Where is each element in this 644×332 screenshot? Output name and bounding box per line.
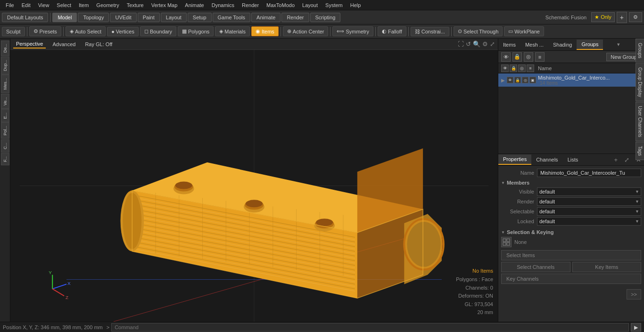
tab-animate[interactable]: Animate [251, 13, 281, 22]
col-icon-filter[interactable]: ≡ [527, 65, 534, 72]
boundary-button[interactable]: ◻ Boundary [140, 26, 176, 36]
col-icon-lock[interactable]: 🔒 [510, 65, 517, 72]
menu-texture[interactable]: Texture [123, 1, 148, 9]
tab-uvedit[interactable]: UVEdit [110, 13, 136, 22]
menu-maxtomodo[interactable]: MaxToModo [263, 1, 298, 9]
vp-icon-refresh[interactable]: ↺ [466, 40, 471, 48]
menu-help[interactable]: Help [347, 1, 365, 9]
menu-view[interactable]: View [34, 1, 53, 9]
layout-dropdown[interactable]: Default Layouts [2, 13, 48, 22]
render-select[interactable]: default [537, 197, 641, 206]
viewport[interactable]: Perspective Advanced Ray GL: Off ⛶ ↺ 🔍 ⚙… [10, 39, 498, 322]
menu-animate[interactable]: Animate [181, 1, 207, 9]
tab-items[interactable]: Items [498, 40, 520, 49]
select-channels-button[interactable]: Select Channels [501, 262, 570, 272]
side-tab-tags[interactable]: Tags [636, 142, 644, 160]
vp-tab-perspective[interactable]: Perspective [13, 40, 46, 49]
materials-button[interactable]: ◈ Materials [215, 26, 250, 36]
menu-select[interactable]: Select [53, 1, 75, 9]
left-tool-dup[interactable]: Dup... [1, 57, 9, 74]
left-tool-vertex[interactable]: Ve... [1, 94, 9, 109]
vp-tab-advanced[interactable]: Advanced [50, 40, 78, 48]
vp-tab-raygl[interactable]: Ray GL: Off [82, 40, 115, 48]
menu-vertexmap[interactable]: Vertex Map [148, 1, 182, 9]
menu-item[interactable]: Item [75, 1, 92, 9]
col-icon-render[interactable]: ◎ [518, 65, 526, 72]
tab-setup[interactable]: Setup [188, 13, 212, 22]
tab-gametools[interactable]: Game Tools [213, 13, 251, 22]
tab-topology[interactable]: Topology [78, 13, 109, 22]
visible-select[interactable]: default [537, 187, 641, 196]
autoselect-button[interactable]: ◈ Auto Select [66, 26, 106, 36]
groups-filter-icon[interactable]: ≡ [535, 52, 545, 62]
more-button[interactable]: >> [627, 289, 641, 300]
tab-properties[interactable]: Properties [498, 154, 531, 165]
falloff-button[interactable]: ◐ Falloff [378, 26, 406, 36]
tab-channels[interactable]: Channels [531, 155, 562, 164]
side-tab-groupdisplay[interactable]: Group Display [636, 63, 644, 101]
vp-icon-expand[interactable]: ⛶ [458, 40, 464, 48]
command-input[interactable] [111, 323, 629, 332]
side-tab-userchannels[interactable]: User Channels [636, 102, 644, 141]
tab-layout[interactable]: Layout [161, 13, 187, 22]
vertices-button[interactable]: ● Vertices [107, 27, 139, 36]
vp-icon-maximize[interactable]: ⤢ [490, 40, 495, 48]
menu-edit[interactable]: Edit [18, 1, 34, 9]
tab-render[interactable]: Render [281, 13, 309, 22]
name-value[interactable]: Mishimoto_Gold_Car_Intercooler_Tu [537, 169, 641, 177]
key-items-button[interactable]: Key Items [572, 262, 642, 272]
gi-icon-lock[interactable]: 🔒 [514, 77, 521, 83]
gi-icon-render[interactable]: ◎ [522, 77, 528, 83]
selectthrough-button[interactable]: ⊙ Select Through [454, 26, 503, 36]
menu-dynamics[interactable]: Dynamics [208, 1, 238, 9]
menu-file[interactable]: File [2, 1, 18, 9]
tab-groups[interactable]: Groups [577, 40, 603, 50]
settings-button[interactable]: ⚙ [629, 12, 642, 22]
menu-system[interactable]: System [322, 1, 347, 9]
command-run-button[interactable]: ▶ [631, 323, 641, 332]
group-item-0[interactable]: ▶ 👁 🔒 ◎ ▣ Mishimoto_Gold_Car_Interco... … [498, 73, 644, 87]
vp-icon-search[interactable]: 🔍 [473, 40, 480, 48]
props-expand-btn[interactable]: ⤢ [621, 155, 632, 164]
groups-list[interactable]: ▶ 👁 🔒 ◎ ▣ Mishimoto_Gold_Car_Interco... … [498, 73, 644, 154]
left-tool-f[interactable]: F... [1, 153, 9, 165]
left-tool-c[interactable]: C... [1, 139, 9, 153]
gi-icon-eye[interactable]: 👁 [507, 77, 513, 83]
left-tool-deform[interactable]: De... [1, 40, 9, 56]
groups-render-icon[interactable]: ◎ [524, 52, 533, 62]
groups-lock-icon[interactable]: 🔒 [512, 52, 522, 62]
props-plus-btn[interactable]: + [611, 155, 620, 164]
left-tool-poly[interactable]: Pol... [1, 122, 9, 139]
items-button[interactable]: ◉ Items [251, 26, 279, 36]
col-icon-eye[interactable]: 👁 [501, 65, 509, 72]
presets-button[interactable]: ⚙ Presets [29, 26, 61, 36]
select-items-button[interactable]: Select Items [501, 250, 641, 260]
add-layout-button[interactable]: + [617, 12, 627, 23]
tab-lists[interactable]: Lists [563, 155, 583, 164]
vp-icon-settings[interactable]: ⚙ [482, 40, 488, 48]
gi-icon-wire[interactable]: ▣ [529, 77, 536, 83]
constrain-button[interactable]: ⛓ Constrai... [411, 27, 449, 36]
tab-scripting[interactable]: Scripting [310, 13, 341, 22]
menu-render[interactable]: Render [238, 1, 263, 9]
sculpt-button[interactable]: Sculpt [2, 27, 25, 36]
menu-geometry[interactable]: Geometry [92, 1, 123, 9]
polygons-button[interactable]: ▦ Polygons [178, 26, 214, 36]
key-channels-button[interactable]: Key Channels [501, 274, 641, 284]
actioncenter-button[interactable]: ⊕ Action Center [283, 26, 329, 36]
symmetry-button[interactable]: ⟺ Symmetry [332, 26, 373, 36]
workplane-button[interactable]: ▭ WorkPlane [504, 26, 544, 36]
side-tab-groups[interactable]: Groups [636, 39, 644, 63]
left-tool-mesh[interactable]: Mes... [1, 75, 9, 93]
selectable-select[interactable]: default [537, 207, 641, 216]
left-tool-edge[interactable]: E... [1, 109, 9, 122]
keying-icon[interactable] [501, 237, 512, 247]
menu-layout[interactable]: Layout [298, 1, 322, 9]
locked-select[interactable]: default [537, 217, 641, 226]
tab-paint[interactable]: Paint [138, 13, 160, 22]
viewport-3d[interactable]: X Y Z [10, 50, 498, 322]
tab-model[interactable]: Model [52, 13, 77, 22]
tab-shading[interactable]: Shading [548, 40, 577, 49]
groups-eye-icon[interactable]: 👁 [501, 52, 511, 62]
tab-mesh[interactable]: Mesh ... [520, 40, 548, 49]
